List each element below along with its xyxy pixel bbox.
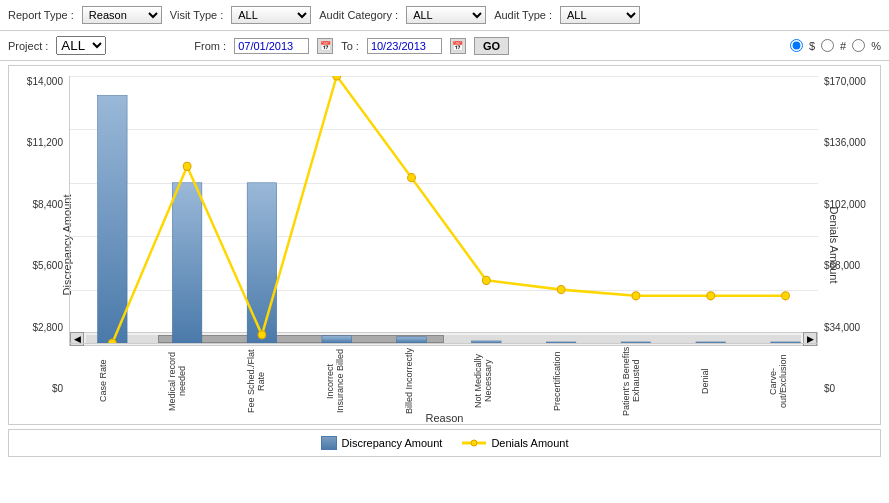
x-label-8: Denial — [700, 346, 710, 416]
svg-rect-6 — [546, 342, 576, 343]
second-bar: Project : ALL From : 07/01/2013 📅 To : 1… — [0, 31, 889, 61]
audit-category-label: Audit Category : — [319, 9, 398, 21]
visit-type-label: Visit Type : — [170, 9, 223, 21]
x-label-4: Billed Incorrectly — [404, 346, 414, 416]
svg-rect-7 — [621, 342, 651, 343]
svg-rect-2 — [247, 183, 277, 343]
x-label-6: Precertification — [552, 346, 562, 416]
svg-point-14 — [408, 174, 416, 182]
svg-point-12 — [258, 331, 266, 339]
svg-rect-0 — [98, 96, 128, 343]
y-left-tick-1: $0 — [9, 383, 67, 394]
plot-area — [69, 76, 818, 344]
audit-type-label: Audit Type : — [494, 9, 552, 21]
legend: Discrepancy Amount Denials Amount — [8, 429, 881, 457]
svg-rect-4 — [397, 337, 427, 343]
x-label-7: Patient's Benefits Exhausted — [621, 346, 641, 416]
x-label-5: Not Medically Necessary — [473, 346, 493, 416]
radio-dollar[interactable] — [790, 39, 803, 52]
legend-bar-label: Discrepancy Amount — [342, 437, 443, 449]
report-type-label: Report Type : — [8, 9, 74, 21]
date-from-label: From : — [194, 40, 226, 52]
radio-dollar-label: $ — [809, 40, 815, 52]
y-axis-right: $170,000 $136,000 $102,000 $68,000 $34,0… — [820, 66, 880, 424]
y-right-tick-5: $136,000 — [820, 137, 880, 148]
svg-point-21 — [471, 440, 477, 446]
report-type-select[interactable]: Reason — [82, 6, 162, 24]
svg-rect-3 — [322, 336, 352, 343]
svg-point-10 — [108, 339, 116, 343]
y-right-tick-1: $0 — [820, 383, 880, 394]
cal-to-icon[interactable]: 📅 — [450, 38, 466, 54]
y-right-tick-4: $102,000 — [820, 199, 880, 210]
top-bar: Report Type : Reason Visit Type : ALL Au… — [0, 0, 889, 31]
y-axis-left: $14,000 $11,200 $8,400 $5,600 $2,800 $0 — [9, 66, 67, 424]
svg-rect-8 — [696, 342, 726, 343]
y-right-tick-6: $170,000 — [820, 76, 880, 87]
x-axis-labels: Case Rate Medical record needed Fee Sche… — [69, 344, 818, 416]
radio-percent-label: % — [871, 40, 881, 52]
svg-point-19 — [782, 292, 790, 300]
svg-rect-1 — [172, 183, 202, 343]
x-label-9: Carve-out/Exclusion — [768, 346, 788, 416]
chart-container: Discrepancy Amount Denials Amount $14,00… — [8, 65, 881, 425]
svg-point-18 — [707, 292, 715, 300]
cal-from-icon[interactable]: 📅 — [317, 38, 333, 54]
y-left-tick-6: $14,000 — [9, 76, 67, 87]
legend-line-item: Denials Amount — [462, 437, 568, 449]
svg-point-11 — [183, 162, 191, 170]
radio-percent[interactable] — [852, 39, 865, 52]
svg-point-16 — [557, 285, 565, 293]
y-left-tick-4: $8,400 — [9, 199, 67, 210]
svg-point-15 — [482, 276, 490, 284]
legend-line-icon — [462, 437, 486, 449]
denials-line — [112, 76, 785, 343]
radio-hash-label: # — [840, 40, 846, 52]
visit-type-select[interactable]: ALL — [231, 6, 311, 24]
x-label-3: Incorrect Insurance Billed — [325, 346, 345, 416]
x-label-0: Case Rate — [98, 346, 108, 416]
chart-svg — [70, 76, 818, 343]
go-button[interactable]: GO — [474, 37, 509, 55]
metric-radio-group: $ # % — [790, 39, 881, 52]
x-label-1: Medical record needed — [167, 346, 187, 416]
y-left-tick-5: $11,200 — [9, 137, 67, 148]
x-label-2: Fee Sched./Flat Rate — [246, 346, 266, 416]
legend-bar-icon — [321, 436, 337, 450]
y-right-tick-2: $34,000 — [820, 322, 880, 333]
y-right-tick-3: $68,000 — [820, 260, 880, 271]
y-left-tick-2: $2,800 — [9, 322, 67, 333]
x-axis-title: Reason — [426, 412, 464, 424]
audit-type-select[interactable]: ALL — [560, 6, 640, 24]
date-to-label: To : — [341, 40, 359, 52]
radio-hash[interactable] — [821, 39, 834, 52]
svg-rect-9 — [771, 342, 801, 343]
svg-point-13 — [333, 76, 341, 80]
date-to-input[interactable]: 10/23/2013 — [367, 38, 442, 54]
audit-category-select[interactable]: ALL — [406, 6, 486, 24]
date-from-input[interactable]: 07/01/2013 — [234, 38, 309, 54]
project-label: Project : — [8, 40, 48, 52]
legend-line-label: Denials Amount — [491, 437, 568, 449]
legend-bar-item: Discrepancy Amount — [321, 436, 443, 450]
svg-rect-5 — [472, 341, 502, 343]
svg-point-17 — [632, 292, 640, 300]
project-select[interactable]: ALL — [56, 36, 106, 55]
y-left-tick-3: $5,600 — [9, 260, 67, 271]
